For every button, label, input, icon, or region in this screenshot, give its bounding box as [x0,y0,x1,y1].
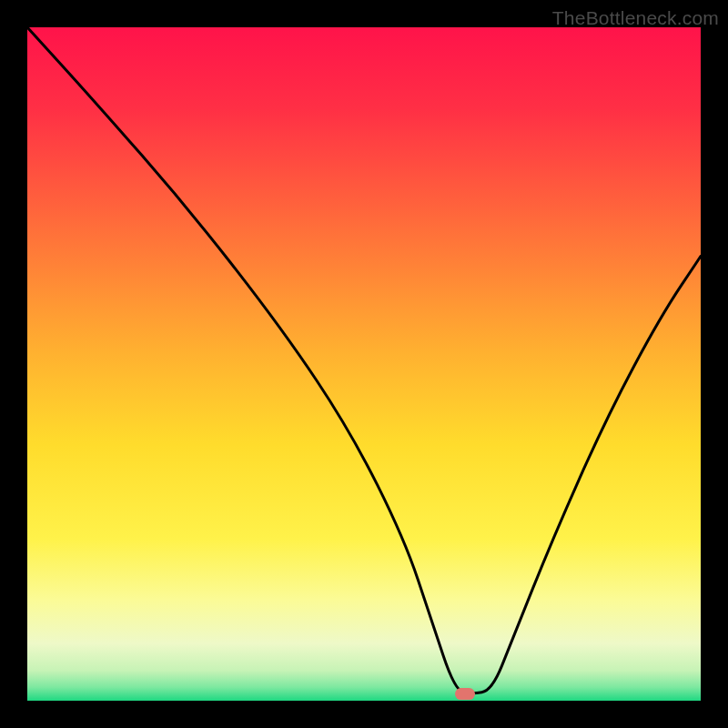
gradient-background [27,27,701,701]
plot-area [27,27,701,701]
chart-container: TheBottleneck.com [0,0,728,728]
chart-svg [27,27,701,701]
optimum-marker [455,688,475,700]
watermark-text: TheBottleneck.com [552,7,719,29]
